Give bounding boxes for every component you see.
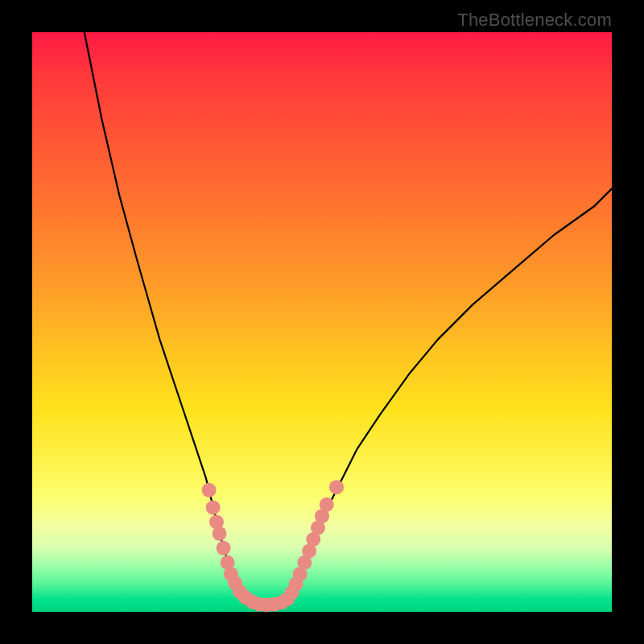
chart-frame: TheBottleneck.com [0,0,644,644]
plot-area [32,32,612,612]
data-marker [202,483,217,497]
data-marker [213,526,227,541]
data-marker [329,480,344,494]
data-marker [217,541,231,555]
curve-group [85,32,612,605]
curve-svg [32,32,612,612]
data-marker [320,497,334,512]
bottleneck-curve [85,32,612,605]
attribution-text: TheBottleneck.com [457,10,612,31]
marker-group [202,480,344,612]
data-marker [206,500,221,514]
